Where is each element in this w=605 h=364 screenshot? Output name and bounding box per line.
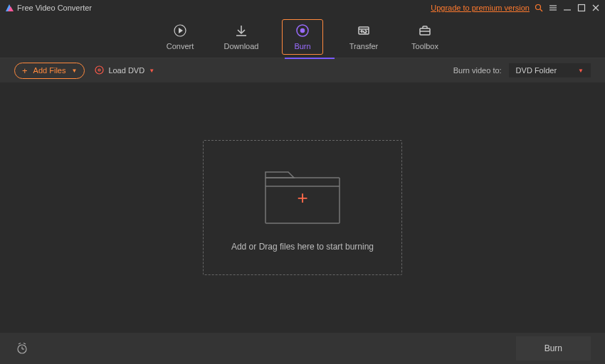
maximize-icon[interactable]: [577, 3, 586, 13]
chevron-down-icon: ▼: [578, 68, 584, 74]
burn-to-select[interactable]: DVD Folder ▼: [509, 63, 591, 77]
titlebar-left: Free Video Converter: [4, 3, 92, 13]
search-icon[interactable]: [534, 3, 544, 13]
app-logo-icon: [4, 3, 14, 13]
footer: Burn: [0, 333, 605, 364]
close-icon[interactable]: [591, 3, 601, 13]
tab-download-label: Download: [224, 42, 259, 50]
dropzone[interactable]: + Add or Drag files here to start burnin…: [203, 140, 402, 275]
app-title: Free Video Converter: [17, 4, 92, 12]
subbar-right: Burn video to: DVD Folder ▼: [453, 63, 591, 77]
disc-icon: [95, 65, 104, 76]
tab-download[interactable]: Download: [221, 19, 262, 55]
clock-icon[interactable]: [14, 341, 30, 356]
svg-point-21: [95, 66, 103, 74]
svg-line-29: [23, 343, 26, 345]
tab-transfer[interactable]: Transfer: [343, 19, 384, 55]
svg-line-28: [19, 343, 21, 345]
plus-icon: +: [297, 187, 307, 209]
tab-burn[interactable]: Burn: [282, 19, 323, 55]
svg-point-22: [98, 69, 100, 71]
svg-point-16: [301, 28, 305, 32]
add-files-button[interactable]: + Add Files ▼: [14, 63, 85, 79]
subbar: + Add Files ▼ Load DVD ▼ Burn video to: …: [0, 58, 605, 82]
upgrade-link[interactable]: Upgrade to premium version: [431, 4, 530, 12]
subbar-left: + Add Files ▼ Load DVD ▼: [14, 63, 154, 79]
download-icon: [234, 23, 248, 38]
svg-rect-8: [579, 5, 585, 11]
chevron-down-icon: ▼: [71, 68, 77, 74]
titlebar: Free Video Converter Upgrade to premium …: [0, 0, 605, 16]
svg-line-3: [540, 9, 542, 11]
add-files-label: Add Files: [33, 66, 66, 75]
menu-icon[interactable]: [548, 3, 558, 13]
chevron-down-icon: ▼: [149, 68, 154, 74]
tab-underline: [285, 58, 335, 59]
main-tabs: Convert Download Burn Transfer Toolbox: [0, 16, 605, 58]
svg-marker-12: [179, 28, 183, 33]
minimize-icon[interactable]: [562, 3, 572, 13]
tab-toolbox-label: Toolbox: [411, 42, 438, 50]
plus-icon: +: [22, 66, 28, 75]
burn-to-label: Burn video to:: [453, 66, 502, 75]
folder-icon: +: [260, 164, 345, 228]
titlebar-right: Upgrade to premium version: [431, 3, 601, 13]
tab-toolbox[interactable]: Toolbox: [404, 19, 446, 55]
burn-to-value: DVD Folder: [516, 66, 557, 75]
load-dvd-button[interactable]: Load DVD ▼: [95, 65, 154, 76]
svg-point-2: [536, 5, 541, 10]
burn-icon: [295, 23, 310, 38]
tab-burn-label: Burn: [294, 42, 310, 50]
dropzone-text: Add or Drag files here to start burning: [231, 242, 374, 252]
convert-icon: [173, 23, 187, 38]
tab-convert[interactable]: Convert: [159, 19, 201, 55]
burn-button[interactable]: Burn: [516, 336, 591, 360]
tab-convert-label: Convert: [167, 42, 194, 50]
load-dvd-label: Load DVD: [108, 66, 144, 75]
tab-transfer-label: Transfer: [349, 42, 379, 50]
transfer-icon: [357, 23, 371, 38]
window-controls: [548, 3, 601, 13]
toolbox-icon: [418, 23, 432, 38]
main-area: + Add or Drag files here to start burnin…: [0, 82, 605, 333]
